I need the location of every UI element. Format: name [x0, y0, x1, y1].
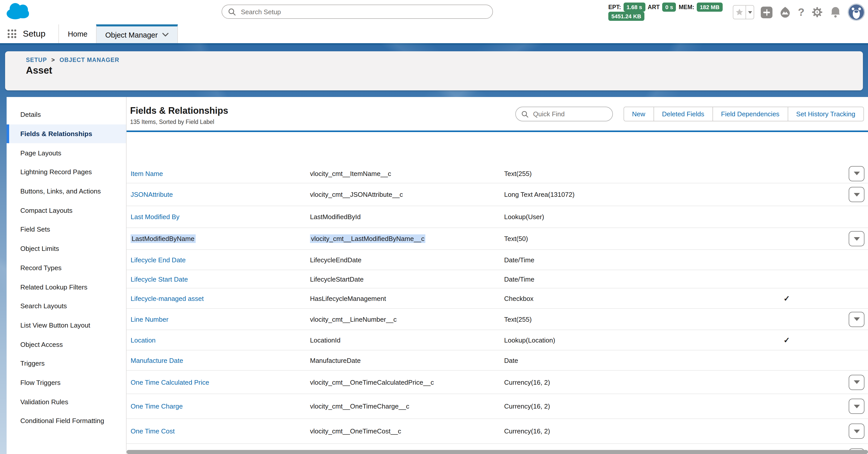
field-data-type: Text(255)	[504, 170, 532, 177]
user-avatar[interactable]	[848, 4, 865, 21]
field-label-link[interactable]: One Time Charge	[131, 402, 183, 410]
sidebar-item-buttons-links-and-actions[interactable]: Buttons, Links, and Actions	[7, 182, 126, 201]
breadcrumb-setup-link[interactable]: SETUP	[26, 57, 47, 63]
field-row-lastmodifiedbyname: LastModifiedByNamevlocity_cmt__LastModif…	[127, 228, 868, 250]
favorites-control[interactable]	[733, 5, 754, 19]
row-actions-menu-button[interactable]	[849, 399, 864, 414]
indexed-check-icon: ✓	[779, 294, 794, 303]
field-label-link[interactable]: One Time Cost	[131, 427, 175, 435]
sidebar-item-label: Fields & Relationships	[20, 130, 92, 138]
table-top-border	[127, 131, 868, 132]
new-button[interactable]: New	[623, 107, 654, 121]
field-dependencies-button[interactable]: Field Dependencies	[713, 107, 788, 121]
field-label-link[interactable]: Line Number	[131, 315, 168, 323]
sidebar-item-fields-relationships[interactable]: Fields & Relationships	[7, 124, 126, 143]
page-title: Asset	[26, 65, 52, 76]
quick-find-input[interactable]	[532, 110, 607, 118]
mem-badge: 182 MB	[697, 3, 722, 12]
field-api-name: vlocity_cmt__OneTimeCharge__c	[310, 402, 409, 410]
toolbar-button-group: NewDeleted FieldsField DependenciesSet H…	[623, 107, 864, 121]
sidebar-item-conditional-field-formatting[interactable]: Conditional Field Formatting	[7, 411, 126, 430]
sidebar-item-object-limits[interactable]: Object Limits	[7, 239, 126, 258]
field-data-type: Text(50)	[504, 235, 528, 242]
sidebar-item-object-access[interactable]: Object Access	[7, 335, 126, 354]
header-icon-row: ?	[733, 3, 865, 22]
fields-content: Fields & Relationships 135 Items, Sorted…	[127, 97, 868, 454]
breadcrumb-object-manager-link[interactable]: OBJECT MANAGER	[59, 57, 119, 63]
row-actions-menu-button[interactable]	[849, 187, 864, 202]
art-label: ART	[648, 3, 660, 11]
sidebar-item-record-types[interactable]: Record Types	[7, 258, 126, 277]
sidebar-item-search-layouts[interactable]: Search Layouts	[7, 297, 126, 316]
sidebar-item-validation-rules[interactable]: Validation Rules	[7, 392, 126, 411]
page-header-card: SETUP > OBJECT MANAGER Asset	[5, 51, 863, 90]
sidebar-item-list-view-button-layout[interactable]: List View Button Layout	[7, 316, 126, 335]
row-actions-menu-button[interactable]	[849, 424, 864, 439]
chevron-down-icon	[162, 33, 169, 37]
field-label-link[interactable]: JSONAttribute	[131, 191, 173, 198]
field-data-type: Date/Time	[504, 275, 534, 283]
field-data-type: Lookup(Location)	[504, 336, 555, 344]
sidebar-item-page-layouts[interactable]: Page Layouts	[7, 143, 126, 163]
favorites-dropdown-icon[interactable]	[746, 6, 754, 19]
help-icon[interactable]: ?	[798, 7, 804, 18]
field-row-lifecycle-start-date: Lifecycle Start DateLifecycleStartDateDa…	[127, 270, 868, 288]
sidebar-item-compact-layouts[interactable]: Compact Layouts	[7, 201, 126, 220]
field-api-name: LifecycleStartDate	[310, 275, 364, 283]
field-label-link[interactable]: Manufacture Date	[131, 356, 183, 364]
row-actions-menu-button[interactable]	[849, 166, 864, 181]
tab-home[interactable]: Home	[59, 24, 96, 43]
set-history-tracking-button[interactable]: Set History Tracking	[788, 107, 864, 121]
sidebar-item-field-sets[interactable]: Field Sets	[7, 220, 126, 239]
row-actions-menu-button[interactable]	[849, 312, 864, 327]
field-label-link[interactable]: Last Modified By	[131, 213, 179, 221]
field-label-link[interactable]: Lifecycle End Date	[131, 256, 186, 264]
field-row-line-number: Line Numbervlocity_cmt__LineNumber__cTex…	[127, 309, 868, 330]
search-setup-input[interactable]	[240, 7, 486, 16]
sidebar-item-triggers[interactable]: Triggers	[7, 354, 126, 373]
sidebar-item-details[interactable]: Details	[7, 105, 126, 124]
tab-object-manager-label: Object Manager	[105, 31, 158, 39]
field-label-link[interactable]: One Time Calculated Price	[131, 378, 209, 386]
sidebar-item-label: Page Layouts	[20, 149, 61, 157]
field-label-selected: LastModifiedByName	[131, 234, 195, 243]
field-api-name: vlocity_cmt__ItemName__c	[310, 170, 391, 177]
field-api-name: HasLifecycleManagement	[310, 295, 386, 302]
indexed-check-icon: ✓	[779, 335, 794, 345]
row-actions-menu-button[interactable]	[849, 231, 864, 246]
horizontal-scrollbar[interactable]	[127, 450, 868, 454]
deleted-fields-button[interactable]: Deleted Fields	[654, 107, 713, 121]
sidebar-item-lightning-record-pages[interactable]: Lightning Record Pages	[7, 163, 126, 182]
notifications-bell-icon[interactable]	[830, 6, 841, 18]
field-api-name: LifecycleEndDate	[310, 256, 361, 264]
global-search[interactable]	[222, 5, 493, 19]
sidebar-item-label: Conditional Field Formatting	[20, 417, 104, 425]
sidebar-item-label: Record Types	[20, 264, 61, 272]
quick-add-icon[interactable]	[761, 6, 772, 18]
quick-find[interactable]	[515, 107, 613, 121]
field-row-last-modified-by: Last Modified ByLastModifiedByIdLookup(U…	[127, 206, 868, 228]
sidebar-item-flow-triggers[interactable]: Flow Triggers	[7, 373, 126, 392]
field-data-type: Long Text Area(131072)	[504, 191, 575, 198]
sidebar-item-label: List View Button Layout	[20, 321, 90, 329]
app-launcher-icon[interactable]	[8, 29, 16, 38]
sidebar-item-label: Object Access	[20, 340, 63, 348]
favorites-star-icon	[735, 8, 743, 16]
setup-gear-icon[interactable]	[811, 6, 823, 18]
breadcrumb-separator: >	[51, 57, 55, 63]
ept-badge: 1.68 s	[624, 3, 645, 12]
field-data-type: Text(255)	[504, 315, 532, 323]
menu-down-arrow-icon	[854, 380, 860, 384]
row-actions-menu-button[interactable]	[849, 375, 864, 390]
field-label-link[interactable]: Item Name	[131, 170, 163, 177]
global-header: EPT: 1.68 s ART 0 s MEM: 182 MB 5451.24 …	[0, 0, 868, 25]
trailhead-icon[interactable]	[779, 6, 791, 18]
field-row-jsonattribute: JSONAttributevlocity_cmt__JSONAttribute_…	[127, 183, 868, 206]
tab-object-manager[interactable]: Object Manager	[96, 24, 178, 43]
field-api-name: LastModifiedById	[310, 213, 361, 221]
sidebar-item-related-lookup-filters[interactable]: Related Lookup Filters	[7, 277, 126, 296]
field-label-link[interactable]: Location	[131, 336, 156, 344]
field-label-link[interactable]: Lifecycle Start Date	[131, 275, 188, 283]
field-label-link[interactable]: Lifecycle-managed asset	[131, 295, 204, 302]
sidebar-item-label: Lightning Record Pages	[20, 168, 92, 176]
